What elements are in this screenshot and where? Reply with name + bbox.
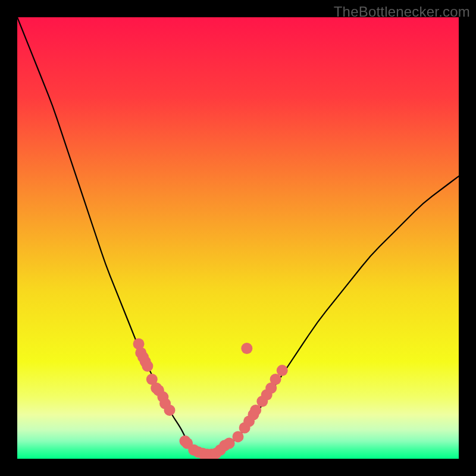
data-dot	[241, 343, 252, 354]
plot-area	[17, 17, 459, 459]
curve-layer	[17, 17, 459, 459]
data-dot	[164, 405, 175, 416]
watermark-text: TheBottlenecker.com	[334, 4, 470, 20]
data-dot	[277, 365, 288, 376]
chart-stage: TheBottlenecker.com	[0, 0, 476, 476]
data-dots	[133, 339, 288, 459]
bottleneck-curve	[17, 17, 459, 455]
data-dot	[142, 361, 153, 372]
